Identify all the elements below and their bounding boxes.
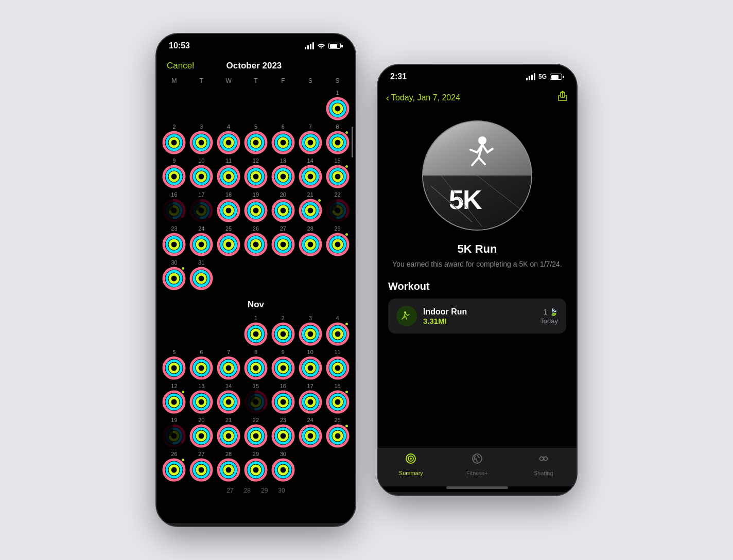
- day-number: 5: [254, 124, 257, 130]
- award-screen: ‹ Today, Jan 7, 2024: [378, 85, 577, 492]
- calendar-day[interactable]: 9: [269, 348, 296, 381]
- calendar-day[interactable]: 20: [269, 190, 296, 223]
- calendar-day[interactable]: 19: [161, 416, 188, 449]
- calendar-day[interactable]: 16: [161, 190, 188, 223]
- calendar-day[interactable]: 5: [242, 122, 270, 155]
- calendar-day[interactable]: 31: [188, 258, 215, 291]
- calendar-day[interactable]: 17: [296, 382, 324, 415]
- tab-sharing-label: Sharing: [534, 470, 553, 476]
- calendar-day[interactable]: 30: [269, 450, 296, 483]
- calendar-day[interactable]: 4: [215, 122, 242, 155]
- weekday-s2: S: [324, 75, 351, 86]
- activity-ring: [299, 390, 322, 414]
- calendar-day[interactable]: 26: [242, 224, 270, 257]
- calendar-day[interactable]: 17: [188, 190, 215, 223]
- calendar-day[interactable]: 18: [324, 382, 351, 415]
- calendar-day[interactable]: 24: [188, 224, 215, 257]
- activity-ring: [244, 199, 268, 222]
- calendar-day[interactable]: 12: [242, 156, 270, 189]
- calendar-day[interactable]: 2: [269, 314, 296, 347]
- calendar-day[interactable]: 20: [188, 416, 215, 449]
- tab-fitness-plus[interactable]: Fitness+: [457, 452, 498, 476]
- calendar-day[interactable]: 10: [296, 348, 324, 381]
- activity-ring: [217, 390, 240, 414]
- tab-summary[interactable]: Summary: [390, 452, 431, 476]
- calendar-day[interactable]: 14: [296, 156, 324, 189]
- day-number: 16: [171, 191, 177, 198]
- calendar-day[interactable]: 6: [188, 348, 215, 381]
- calendar-day[interactable]: 29: [242, 450, 270, 483]
- calendar-day[interactable]: 22: [324, 190, 351, 223]
- calendar-day[interactable]: 12: [161, 382, 188, 415]
- calendar-day[interactable]: 10: [188, 156, 215, 189]
- calendar-day[interactable]: 15: [242, 382, 270, 415]
- activity-ring: [244, 322, 268, 346]
- svg-point-323: [279, 432, 287, 440]
- svg-point-251: [334, 364, 342, 372]
- calendar-day[interactable]: 13: [269, 156, 296, 189]
- activity-ring: [299, 199, 322, 222]
- calendar-day[interactable]: 22: [242, 416, 270, 449]
- calendar-day[interactable]: 21: [215, 416, 242, 449]
- back-label: Today, Jan 7, 2024: [391, 93, 460, 102]
- activity-ring: [217, 356, 240, 380]
- back-button[interactable]: ‹ Today, Jan 7, 2024: [386, 93, 460, 102]
- calendar-day[interactable]: 19: [242, 190, 270, 223]
- calendar-day[interactable]: 26: [161, 450, 188, 483]
- calendar-day[interactable]: 15: [324, 156, 351, 189]
- workout-card[interactable]: Indoor Run 3.31MI 1 🍃 Today: [388, 299, 566, 334]
- calendar-day[interactable]: 11: [215, 156, 242, 189]
- calendar-day[interactable]: 21: [296, 190, 324, 223]
- signal-bars-icon-right: [526, 73, 535, 80]
- calendar-day[interactable]: 27: [188, 450, 215, 483]
- share-button[interactable]: [557, 91, 568, 104]
- calendar-day[interactable]: 8: [242, 348, 270, 381]
- calendar-day[interactable]: 28: [215, 450, 242, 483]
- calendar-day[interactable]: 6: [269, 122, 296, 155]
- weekday-t2: T: [242, 75, 270, 86]
- calendar-day[interactable]: 23: [161, 224, 188, 257]
- calendar-day[interactable]: 27: [269, 224, 296, 257]
- calendar-day[interactable]: 23: [269, 416, 296, 449]
- calendar-day[interactable]: 25: [215, 224, 242, 257]
- calendar-day[interactable]: 14: [215, 382, 242, 415]
- calendar-day[interactable]: 29: [324, 224, 351, 257]
- cancel-button[interactable]: Cancel: [167, 61, 194, 71]
- left-time: 10:53: [169, 41, 190, 50]
- tab-sharing[interactable]: Sharing: [523, 452, 564, 476]
- activity-ring: [271, 322, 295, 346]
- tab-fitness-label: Fitness+: [466, 470, 488, 476]
- battery-icon: [328, 43, 343, 49]
- calendar-day[interactable]: 1: [242, 314, 270, 347]
- calendar-day[interactable]: 3: [296, 314, 324, 347]
- svg-point-379: [544, 457, 547, 461]
- day-number: 23: [280, 417, 286, 423]
- calendar-day[interactable]: 18: [215, 190, 242, 223]
- day-number: 27: [280, 225, 286, 232]
- calendar-day[interactable]: 11: [324, 348, 351, 381]
- calendar-day[interactable]: 24: [296, 416, 324, 449]
- day-number: 13: [280, 157, 286, 164]
- svg-point-77: [279, 172, 287, 181]
- day-number: 14: [307, 157, 313, 164]
- calendar-day[interactable]: 8: [324, 122, 351, 155]
- calendar-empty: [242, 89, 270, 121]
- calendar-day[interactable]: 30: [161, 258, 188, 291]
- right-time: 2:31: [390, 72, 407, 81]
- calendar-day[interactable]: 4: [324, 314, 351, 347]
- calendar-day[interactable]: 2: [161, 122, 188, 155]
- calendar-day[interactable]: 7: [296, 122, 324, 155]
- calendar-day[interactable]: 5: [161, 348, 188, 381]
- calendar-day[interactable]: 1: [324, 89, 351, 121]
- calendar-day[interactable]: 9: [161, 156, 188, 189]
- activity-ring: [326, 233, 350, 256]
- calendar-day[interactable]: 7: [215, 348, 242, 381]
- calendar-day[interactable]: 25: [324, 416, 351, 449]
- tab-summary-label: Summary: [399, 470, 423, 476]
- scrollbar[interactable]: [352, 127, 353, 157]
- calendar-day[interactable]: 3: [188, 122, 215, 155]
- calendar-day[interactable]: 28: [296, 224, 324, 257]
- calendar-day[interactable]: 13: [188, 382, 215, 415]
- calendar-day[interactable]: 16: [269, 382, 296, 415]
- svg-point-125: [306, 206, 315, 215]
